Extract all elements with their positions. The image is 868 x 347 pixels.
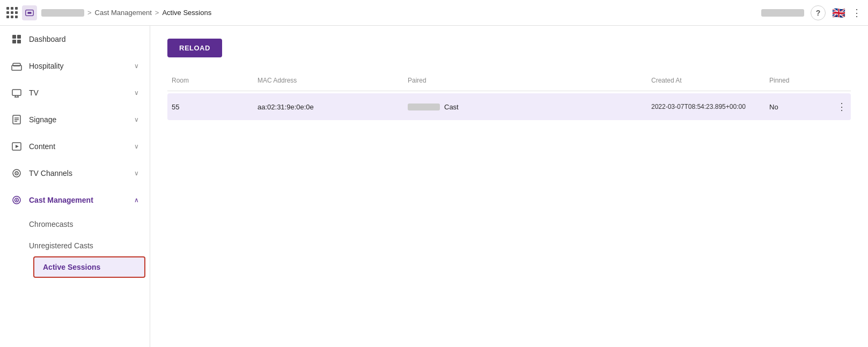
svg-rect-2	[12, 35, 16, 39]
language-flag[interactable]: 🇬🇧	[832, 6, 845, 19]
apps-icon[interactable]	[6, 7, 18, 18]
cell-pinned: No	[765, 103, 829, 111]
paired-text: Cast	[444, 103, 459, 111]
breadcrumb-cast-mgmt[interactable]: Cast Management	[95, 9, 152, 17]
sidebar-hospitality-label: Hospitality	[29, 62, 128, 70]
tv-chevron: ∨	[134, 89, 139, 97]
col-created: Created At	[647, 75, 765, 86]
sidebar-item-hospitality[interactable]: Hospitality ∨	[0, 53, 150, 79]
svg-rect-3	[17, 35, 21, 39]
hospitality-icon	[11, 60, 23, 72]
topbar-left: > Cast Management > Active Sessions	[6, 5, 756, 20]
svg-point-20	[16, 173, 17, 174]
sidebar-item-content[interactable]: Content ∨	[0, 133, 150, 160]
content-chevron: ∨	[134, 143, 139, 150]
sidebar-item-tv-channels[interactable]: TV Channels ∨	[0, 160, 150, 187]
sidebar: Dashboard Hospitality ∨ TV ∨ Signage ∨	[0, 26, 150, 347]
sidebar-item-cast-management[interactable]: Cast Management ∧	[0, 187, 150, 213]
col-pinned: Pinned	[765, 75, 829, 86]
sidebar-cast-mgmt-label: Cast Management	[29, 196, 128, 204]
more-menu-button[interactable]: ⋮	[852, 7, 862, 19]
cell-room: 55	[167, 103, 253, 111]
help-button[interactable]: ?	[811, 5, 826, 20]
breadcrumb-active-sessions: Active Sessions	[162, 9, 211, 17]
svg-rect-5	[17, 40, 21, 43]
hospitality-chevron: ∨	[134, 62, 139, 70]
paired-blurred	[408, 104, 440, 110]
cast-mgmt-chevron: ∧	[134, 196, 139, 204]
svg-rect-4	[12, 40, 16, 43]
main-content: RELOAD Room MAC Address Paired Created A…	[150, 26, 868, 347]
reload-button[interactable]: RELOAD	[167, 39, 222, 57]
sidebar-item-unregistered-casts[interactable]: Unregistered Casts	[29, 235, 150, 256]
svg-marker-17	[16, 145, 19, 148]
breadcrumb-sep2: >	[155, 9, 159, 17]
svg-rect-8	[12, 90, 21, 95]
signage-icon	[11, 114, 23, 125]
sidebar-item-dashboard[interactable]: Dashboard	[0, 26, 150, 53]
cell-mac: aa:02:31:9e:0e:0e	[253, 103, 403, 111]
sidebar-signage-label: Signage	[29, 115, 128, 124]
cast-management-submenu: Chromecasts Unregistered Casts Active Se…	[0, 213, 150, 278]
col-room: Room	[167, 75, 253, 86]
dashboard-icon	[11, 33, 23, 45]
tv-channels-chevron: ∨	[134, 169, 139, 177]
table-row: 55 aa:02:31:9e:0e:0e Cast 2022-03-07T08:…	[167, 93, 851, 120]
sessions-table: Room MAC Address Paired Created At Pinne…	[167, 70, 851, 120]
svg-rect-1	[27, 12, 31, 14]
sidebar-content-label: Content	[29, 142, 128, 151]
signage-chevron: ∨	[134, 116, 139, 123]
active-sessions-wrapper: Active Sessions	[33, 256, 145, 278]
sidebar-item-active-sessions[interactable]: Active Sessions	[34, 257, 144, 277]
sidebar-item-tv[interactable]: TV ∨	[0, 79, 150, 106]
svg-rect-7	[13, 63, 20, 66]
tv-channels-icon	[11, 167, 23, 179]
cell-paired: Cast	[403, 103, 647, 111]
topbar: > Cast Management > Active Sessions ? 🇬🇧…	[0, 0, 868, 26]
cast-management-icon	[11, 194, 23, 206]
svg-point-23	[16, 200, 18, 201]
user-name-blurred	[761, 9, 804, 17]
sidebar-item-signage[interactable]: Signage ∨	[0, 106, 150, 133]
sidebar-dashboard-label: Dashboard	[29, 35, 139, 43]
content-icon	[11, 141, 23, 152]
breadcrumb-sep1: >	[87, 9, 92, 17]
table-header: Room MAC Address Paired Created At Pinne…	[167, 70, 851, 91]
col-paired: Paired	[403, 75, 647, 86]
sidebar-tv-channels-label: TV Channels	[29, 169, 128, 178]
sidebar-tv-label: TV	[29, 88, 128, 97]
row-actions: ⋮	[829, 101, 851, 113]
breadcrumb: > Cast Management > Active Sessions	[41, 9, 211, 17]
breadcrumb-org	[41, 9, 84, 17]
topbar-right: ? 🇬🇧 ⋮	[761, 5, 862, 20]
sidebar-item-chromecasts[interactable]: Chromecasts	[29, 213, 150, 235]
col-mac: MAC Address	[253, 75, 403, 86]
cell-created-at: 2022-03-07T08:54:23.895+00:00	[647, 103, 765, 110]
org-icon	[22, 5, 37, 20]
layout: Dashboard Hospitality ∨ TV ∨ Signage ∨	[0, 26, 868, 347]
row-more-button[interactable]: ⋮	[837, 101, 847, 113]
col-actions	[829, 75, 851, 86]
tv-icon	[11, 87, 23, 99]
